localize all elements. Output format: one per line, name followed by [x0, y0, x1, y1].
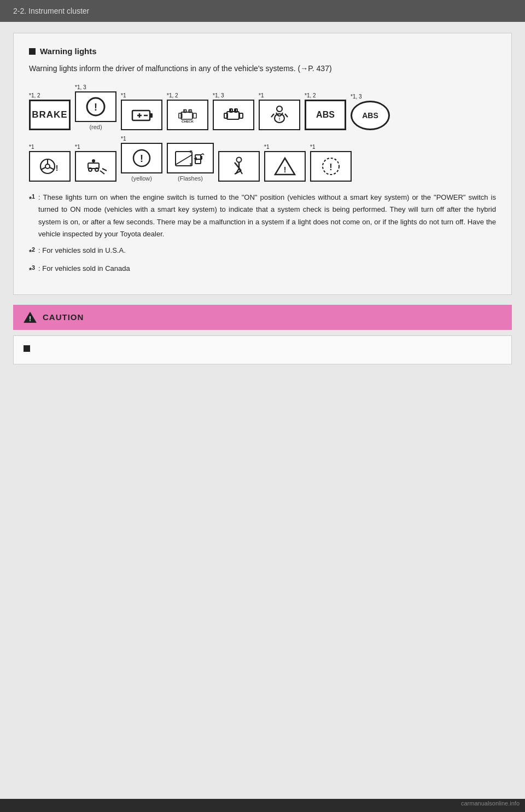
icon-person-exclaim: *1 !: [259, 92, 300, 130]
exclaim-yellow-caption: (yellow): [131, 175, 152, 182]
caution-triangle-icon: !: [23, 310, 37, 324]
svg-line-24: [271, 114, 274, 117]
icon-exclaim-circle: *1, 3 ! (red): [75, 84, 116, 130]
sup-battery: *1: [121, 92, 126, 98]
fuel-caption: (Flashes): [178, 175, 203, 182]
battery-svg: [130, 104, 154, 126]
svg-text:◄: ◄: [192, 155, 198, 161]
warning-description: Warning lights inform the driver of malf…: [29, 62, 496, 74]
page-header: 2-2. Instrument cluster: [0, 0, 525, 22]
svg-point-22: [277, 106, 282, 112]
svg-point-34: [89, 168, 92, 171]
icon-brake: *1, 2 BRAKE: [29, 92, 71, 130]
brake-icon-box: BRAKE: [29, 100, 71, 130]
icon-engine-check: *1, 2 CHECK: [167, 92, 208, 130]
triangle-warn-svg: !: [273, 155, 297, 177]
svg-rect-17: [240, 113, 243, 118]
abs-circle-box: ABS: [351, 101, 390, 130]
fn-key-2: *2: [29, 245, 35, 258]
sup-exclaim-yellow: *1: [121, 136, 126, 142]
svg-rect-15: [227, 112, 239, 119]
svg-text:!: !: [329, 163, 332, 172]
sup-exclaim-circle: *1, 3: [75, 84, 86, 90]
svg-line-31: [50, 167, 54, 170]
abs-circle-label: ABS: [362, 111, 378, 120]
seatbelt-svg: [227, 155, 251, 177]
svg-rect-3: [150, 113, 153, 118]
caution-label: CAUTION: [43, 312, 84, 322]
exclaim-circle-svg: !: [84, 96, 108, 118]
warning-box: Warning lights Warning lights inform the…: [13, 33, 512, 295]
svg-line-37: [102, 169, 107, 171]
sup-abs-circle: *1, 3: [351, 94, 362, 100]
svg-point-49: [237, 158, 242, 163]
sup-brake: *1, 2: [29, 92, 40, 98]
icon-battery: *1: [121, 92, 162, 130]
engine-box: [213, 100, 254, 130]
sup-steering: *1: [29, 144, 34, 150]
sup-engine: *1, 3: [213, 92, 224, 98]
sup-skid: *1: [75, 144, 80, 150]
warning-title: Warning lights: [40, 47, 97, 56]
exclaim-caption: (red): [89, 124, 102, 130]
fuel-box: F E ◄: [167, 143, 214, 173]
svg-point-35: [95, 168, 98, 171]
svg-line-30: [41, 167, 45, 170]
icon-abs: *1, 2 ABS: [305, 92, 346, 130]
exclaim-yellow-box: !: [121, 143, 162, 173]
engine-check-box: CHECK: [167, 100, 208, 130]
svg-point-38: [92, 159, 95, 163]
exclaim-yellow-svg: !: [130, 147, 154, 169]
sup-triangle-warn: *1: [264, 144, 269, 150]
fuel-svg: F E ◄: [171, 146, 209, 170]
caution-section: [13, 335, 512, 364]
icon-abs-circle: *1, 3 ABS: [351, 94, 390, 130]
svg-text:!: !: [94, 102, 97, 113]
svg-rect-16: [224, 113, 228, 118]
svg-text:!: !: [284, 165, 287, 174]
icon-exclaim-yellow: *1 ! (yellow): [121, 136, 162, 182]
page-title: 2-2. Instrument cluster: [13, 7, 89, 15]
sup-engine-check: *1, 2: [167, 92, 178, 98]
svg-text:CHECK: CHECK: [182, 119, 194, 123]
footnotes: *1 : These lights turn on when the engin…: [29, 192, 496, 276]
footnote-3: *3 : For vehicles sold in Canada: [29, 263, 496, 276]
icon-skid: *1: [75, 144, 116, 182]
person-exclaim-svg: !: [267, 104, 291, 126]
footnote-1: *1 : These lights turn on when the engin…: [29, 192, 496, 240]
svg-line-36: [100, 171, 104, 174]
fn-text-2: : For vehicles sold in U.S.A.: [38, 245, 126, 258]
svg-text:!: !: [140, 153, 143, 164]
svg-text:!: !: [29, 315, 31, 323]
steering-svg: !: [38, 155, 62, 177]
svg-line-25: [285, 114, 288, 117]
steering-box: !: [29, 151, 71, 182]
caution-bar: ! CAUTION: [13, 305, 512, 330]
svg-rect-9: [193, 113, 196, 118]
icon-fuel: * F E: [167, 136, 214, 182]
fn-text-1: : These lights turn on when the engine s…: [38, 192, 496, 240]
icon-seatbelt: *: [218, 144, 260, 182]
sup-abs: *1, 2: [305, 92, 316, 98]
abs-box: ABS: [305, 100, 346, 130]
triangle-warn-box: !: [264, 151, 306, 182]
skid-box: [75, 151, 116, 182]
person-exclaim-box: !: [259, 100, 300, 130]
icons-row-1: *1, 2 BRAKE *1, 3 ! (red): [29, 84, 496, 130]
svg-text:E: E: [190, 162, 193, 167]
fn-key-1: *1: [29, 192, 35, 240]
exclaim-dashed-box: !: [310, 151, 352, 182]
svg-point-28: [45, 164, 50, 169]
brake-label: BRAKE: [32, 109, 67, 120]
sup-exclaim-dashed: *1: [310, 144, 315, 150]
caution-bullet-icon: [24, 345, 30, 352]
battery-box: [121, 100, 162, 130]
svg-text:!: !: [279, 117, 281, 121]
exclaim-circle-box: !: [75, 91, 116, 122]
exclaim-dashed-svg: !: [319, 155, 343, 177]
caution-bullet: [24, 344, 501, 352]
icons-row-2: *1 !: [29, 136, 496, 182]
svg-text:F: F: [190, 149, 192, 154]
fn-text-3: : For vehicles sold in Canada: [38, 263, 130, 276]
section-title: Warning lights: [29, 47, 496, 56]
